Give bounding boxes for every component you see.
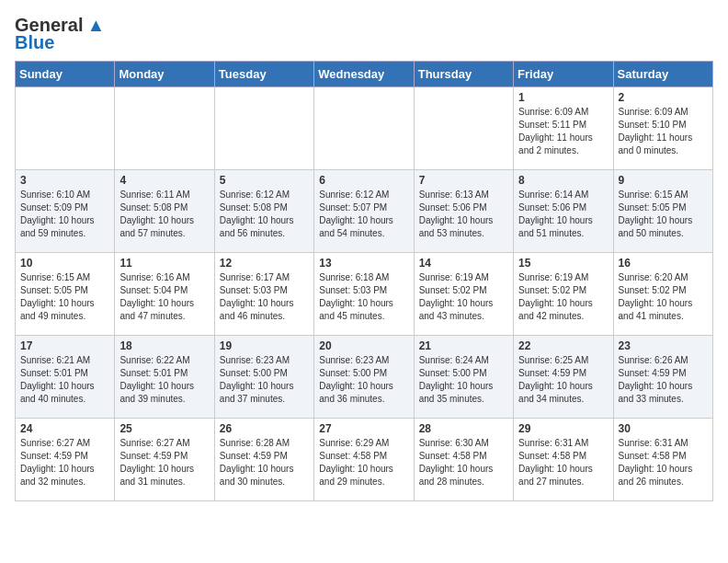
day-number: 17 [20,339,109,352]
day-info: Sunrise: 6:15 AM Sunset: 5:05 PM Dayligh… [20,271,109,323]
day-info: Sunrise: 6:10 AM Sunset: 5:09 PM Dayligh… [20,189,109,240]
calendar-day-header: Wednesday [314,62,414,87]
calendar-cell: 24Sunrise: 6:27 AM Sunset: 4:59 PM Dayli… [16,419,115,501]
calendar-cell: 17Sunrise: 6:21 AM Sunset: 5:01 PM Dayli… [16,336,115,419]
calendar-cell: 14Sunrise: 6:19 AM Sunset: 5:02 PM Dayli… [414,253,513,336]
day-number: 13 [319,257,408,270]
day-number: 15 [518,257,608,270]
calendar-cell: 18Sunrise: 6:22 AM Sunset: 5:01 PM Dayli… [115,336,214,419]
day-info: Sunrise: 6:24 AM Sunset: 5:00 PM Dayligh… [419,354,508,406]
calendar-cell: 8Sunrise: 6:14 AM Sunset: 5:06 PM Daylig… [514,170,613,253]
calendar-table: SundayMondayTuesdayWednesdayThursdayFrid… [15,61,713,501]
calendar-cell: 9Sunrise: 6:15 AM Sunset: 5:05 PM Daylig… [613,170,712,253]
day-number: 9 [619,174,708,187]
day-info: Sunrise: 6:16 AM Sunset: 5:04 PM Dayligh… [119,271,209,323]
day-number: 5 [220,174,309,187]
calendar-cell: 11Sunrise: 6:16 AM Sunset: 5:04 PM Dayli… [115,253,214,336]
calendar-cell: 5Sunrise: 6:12 AM Sunset: 5:08 PM Daylig… [214,170,313,253]
calendar-cell [16,87,115,170]
day-number: 27 [319,422,408,435]
page-header: General ▲ Blue [15,15,713,53]
calendar-cell: 2Sunrise: 6:09 AM Sunset: 5:10 PM Daylig… [613,87,712,170]
calendar-day-header: Saturday [613,62,712,87]
day-info: Sunrise: 6:27 AM Sunset: 4:59 PM Dayligh… [20,437,109,488]
calendar-day-header: Friday [514,62,613,87]
day-info: Sunrise: 6:31 AM Sunset: 4:58 PM Dayligh… [518,437,608,488]
calendar-cell: 15Sunrise: 6:19 AM Sunset: 5:02 PM Dayli… [514,253,613,336]
day-number: 24 [20,422,109,435]
day-info: Sunrise: 6:14 AM Sunset: 5:06 PM Dayligh… [518,189,608,240]
day-number: 22 [518,339,608,352]
calendar-cell: 4Sunrise: 6:11 AM Sunset: 5:08 PM Daylig… [115,170,214,253]
day-info: Sunrise: 6:23 AM Sunset: 5:00 PM Dayligh… [319,354,408,406]
day-number: 18 [119,339,209,352]
day-info: Sunrise: 6:26 AM Sunset: 4:59 PM Dayligh… [619,354,708,406]
calendar-cell [214,87,313,170]
day-info: Sunrise: 6:29 AM Sunset: 4:58 PM Dayligh… [319,437,408,488]
day-info: Sunrise: 6:17 AM Sunset: 5:03 PM Dayligh… [220,271,309,323]
calendar-cell: 12Sunrise: 6:17 AM Sunset: 5:03 PM Dayli… [214,253,313,336]
calendar-cell: 28Sunrise: 6:30 AM Sunset: 4:58 PM Dayli… [414,419,513,501]
calendar-cell [115,87,214,170]
calendar-cell: 30Sunrise: 6:31 AM Sunset: 4:58 PM Dayli… [613,419,712,501]
day-info: Sunrise: 6:28 AM Sunset: 4:59 PM Dayligh… [220,437,309,488]
day-number: 30 [619,422,708,435]
calendar-week-row: 17Sunrise: 6:21 AM Sunset: 5:01 PM Dayli… [16,336,713,419]
day-info: Sunrise: 6:22 AM Sunset: 5:01 PM Dayligh… [119,354,209,406]
day-number: 28 [419,422,508,435]
calendar-cell: 20Sunrise: 6:23 AM Sunset: 5:00 PM Dayli… [314,336,414,419]
calendar-week-row: 24Sunrise: 6:27 AM Sunset: 4:59 PM Dayli… [16,419,713,501]
calendar-week-row: 10Sunrise: 6:15 AM Sunset: 5:05 PM Dayli… [16,253,713,336]
day-number: 25 [119,422,209,435]
calendar-cell: 21Sunrise: 6:24 AM Sunset: 5:00 PM Dayli… [414,336,513,419]
day-number: 12 [220,257,309,270]
calendar-cell: 3Sunrise: 6:10 AM Sunset: 5:09 PM Daylig… [16,170,115,253]
day-info: Sunrise: 6:13 AM Sunset: 5:06 PM Dayligh… [419,189,508,240]
calendar-week-row: 3Sunrise: 6:10 AM Sunset: 5:09 PM Daylig… [16,170,713,253]
day-number: 26 [220,422,309,435]
calendar-cell: 1Sunrise: 6:09 AM Sunset: 5:11 PM Daylig… [514,87,613,170]
day-info: Sunrise: 6:09 AM Sunset: 5:11 PM Dayligh… [518,106,608,157]
calendar-cell: 10Sunrise: 6:15 AM Sunset: 5:05 PM Dayli… [16,253,115,336]
day-number: 23 [619,339,708,352]
calendar-week-row: 1Sunrise: 6:09 AM Sunset: 5:11 PM Daylig… [16,87,713,170]
calendar-cell: 27Sunrise: 6:29 AM Sunset: 4:58 PM Dayli… [314,419,414,501]
day-number: 21 [419,339,508,352]
day-number: 10 [20,257,109,270]
day-number: 2 [619,91,708,104]
day-number: 7 [419,174,508,187]
logo-blue: Blue [15,32,54,53]
calendar-cell: 22Sunrise: 6:25 AM Sunset: 4:59 PM Dayli… [514,336,613,419]
calendar-cell: 23Sunrise: 6:26 AM Sunset: 4:59 PM Dayli… [613,336,712,419]
day-info: Sunrise: 6:21 AM Sunset: 5:01 PM Dayligh… [20,354,109,406]
day-number: 20 [319,339,408,352]
calendar-header-row: SundayMondayTuesdayWednesdayThursdayFrid… [16,62,713,87]
day-info: Sunrise: 6:12 AM Sunset: 5:07 PM Dayligh… [319,189,408,240]
calendar-day-header: Tuesday [214,62,313,87]
day-info: Sunrise: 6:11 AM Sunset: 5:08 PM Dayligh… [119,189,209,240]
calendar-cell: 19Sunrise: 6:23 AM Sunset: 5:00 PM Dayli… [214,336,313,419]
day-info: Sunrise: 6:19 AM Sunset: 5:02 PM Dayligh… [419,271,508,323]
day-info: Sunrise: 6:31 AM Sunset: 4:58 PM Dayligh… [619,437,708,488]
calendar-cell: 13Sunrise: 6:18 AM Sunset: 5:03 PM Dayli… [314,253,414,336]
day-info: Sunrise: 6:20 AM Sunset: 5:02 PM Dayligh… [619,271,708,323]
day-number: 19 [220,339,309,352]
logo-bird-icon: ▲ [86,15,105,36]
day-info: Sunrise: 6:30 AM Sunset: 4:58 PM Dayligh… [419,437,508,488]
day-info: Sunrise: 6:23 AM Sunset: 5:00 PM Dayligh… [220,354,309,406]
day-info: Sunrise: 6:12 AM Sunset: 5:08 PM Dayligh… [220,189,309,240]
calendar-cell: 6Sunrise: 6:12 AM Sunset: 5:07 PM Daylig… [314,170,414,253]
calendar-cell: 16Sunrise: 6:20 AM Sunset: 5:02 PM Dayli… [613,253,712,336]
calendar-cell: 26Sunrise: 6:28 AM Sunset: 4:59 PM Dayli… [214,419,313,501]
day-info: Sunrise: 6:27 AM Sunset: 4:59 PM Dayligh… [119,437,209,488]
day-info: Sunrise: 6:18 AM Sunset: 5:03 PM Dayligh… [319,271,408,323]
day-number: 1 [518,91,608,104]
calendar-day-header: Sunday [16,62,115,87]
day-number: 6 [319,174,408,187]
calendar-cell [314,87,414,170]
calendar-day-header: Thursday [414,62,513,87]
day-number: 29 [518,422,608,435]
day-number: 3 [20,174,109,187]
day-info: Sunrise: 6:09 AM Sunset: 5:10 PM Dayligh… [619,106,708,157]
calendar-cell: 7Sunrise: 6:13 AM Sunset: 5:06 PM Daylig… [414,170,513,253]
